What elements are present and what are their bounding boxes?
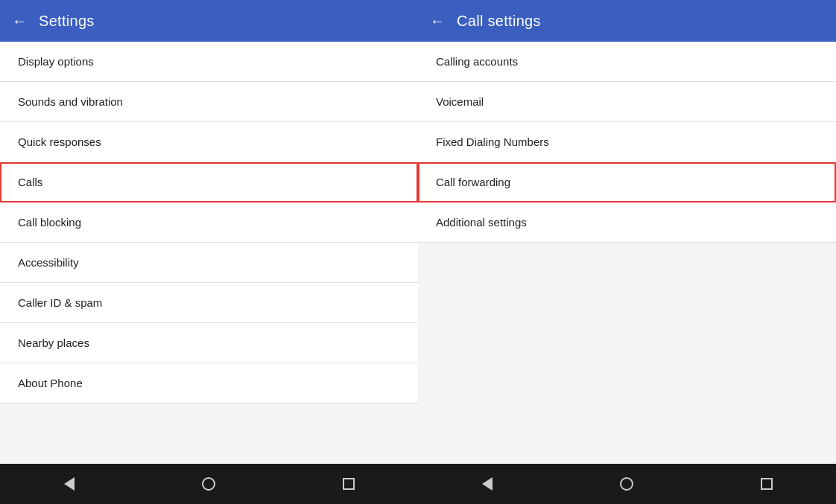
right-nav-recents-icon[interactable]: [761, 478, 773, 490]
left-menu-item-quick-responses[interactable]: Quick responses: [0, 122, 418, 162]
left-nav-home-icon[interactable]: [202, 477, 215, 491]
right-panel: ← Call settings Calling accountsVoicemai…: [418, 0, 836, 504]
left-panel: ← Settings Display optionsSounds and vib…: [0, 0, 418, 504]
left-menu-item-calls[interactable]: Calls: [0, 162, 418, 202]
right-menu-item-voicemail[interactable]: Voicemail: [418, 82, 836, 122]
left-back-arrow[interactable]: ←: [12, 13, 27, 30]
left-menu-item-caller-id-spam[interactable]: Caller ID & spam: [0, 283, 418, 323]
left-panel-header: ← Settings: [0, 0, 418, 42]
right-menu-item-additional-settings[interactable]: Additional settings: [418, 202, 836, 243]
right-menu-item-call-forwarding[interactable]: Call forwarding: [418, 162, 836, 202]
left-menu-item-call-blocking[interactable]: Call blocking: [0, 202, 418, 243]
right-nav-bar: [418, 464, 836, 504]
left-menu-item-about-phone[interactable]: About Phone: [0, 363, 418, 403]
right-nav-back-icon[interactable]: [482, 477, 493, 491]
left-menu-item-display-options[interactable]: Display options: [0, 42, 418, 82]
left-nav-back-icon[interactable]: [64, 477, 75, 491]
right-menu-item-fixed-dialing-numbers[interactable]: Fixed Dialing Numbers: [418, 122, 836, 162]
right-panel-header: ← Call settings: [418, 0, 836, 42]
left-menu-item-sounds-vibration[interactable]: Sounds and vibration: [0, 82, 418, 122]
right-menu-item-calling-accounts[interactable]: Calling accounts: [418, 42, 836, 82]
left-menu-item-nearby-places[interactable]: Nearby places: [0, 323, 418, 363]
left-nav-bar: [0, 464, 418, 504]
right-panel-title: Call settings: [457, 13, 541, 30]
left-nav-recents-icon[interactable]: [343, 478, 355, 490]
left-menu-list: Display optionsSounds and vibrationQuick…: [0, 42, 418, 464]
right-nav-home-icon[interactable]: [620, 477, 633, 491]
right-menu-list: Calling accountsVoicemailFixed Dialing N…: [418, 42, 836, 464]
left-panel-title: Settings: [39, 13, 95, 30]
left-menu-item-accessibility[interactable]: Accessibility: [0, 243, 418, 283]
right-back-arrow[interactable]: ←: [430, 13, 445, 30]
